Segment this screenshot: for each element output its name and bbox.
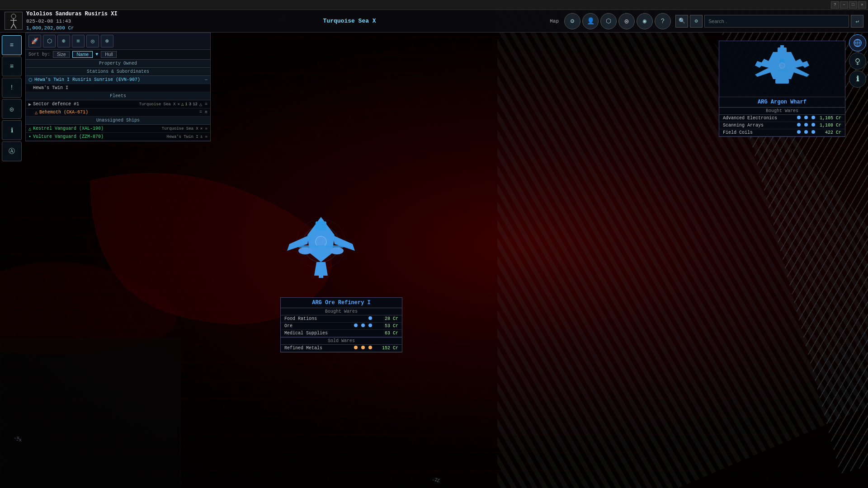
player-info: Yololios Sanduras Rusiris XI 825-02-08 1… [0, 10, 154, 32]
station-sub-name: Hewa's Twin I [33, 85, 208, 90]
svg-line-7 [11, 24, 14, 28]
sort-arrow: ▼ [95, 52, 98, 57]
wharf-ship-display [719, 41, 845, 97]
filter-ships-btn[interactable]: 🚀 [28, 35, 41, 47]
sort-hull-btn[interactable]: Hull [101, 51, 117, 58]
sector-name: Turquoise Sea X [323, 18, 376, 24]
wharf-ware-1: Scanning Arrays 1,108 Cr [719, 122, 845, 129]
ore-dots [354, 324, 373, 328]
sidebar-faction-btn[interactable]: ≡ [2, 56, 22, 76]
player-date: 825-02-08 11:43 [26, 18, 118, 25]
wharf-ware-0: Advanced Electronics 1,105 Cr [719, 115, 845, 122]
list-item-station-sub[interactable]: Hewa's Twin I [26, 84, 210, 92]
nav-shield-btn[interactable]: ◉ [637, 13, 653, 29]
left-sidebar: ≡ ≡ ! ◎ ℹ Ⓐ [0, 33, 25, 164]
fleet-name: Sector defence #1 [33, 102, 139, 107]
list-item-station[interactable]: ⬡ Hewa's Twin I Rusiris Sunrise (EVN-907… [26, 76, 210, 84]
fleet-count-triangle: △ [181, 102, 184, 107]
refinery-panel: ARG Ore Refinery I Bought Wares Food Rat… [280, 297, 402, 352]
section-unassigned: Unassigned Ships [26, 117, 210, 125]
wharf-dots-2 [797, 130, 816, 135]
right-location-btn[interactable] [849, 52, 866, 70]
refinery-title: ARG Ore Refinery I [281, 298, 402, 308]
food-dots [368, 316, 373, 321]
search-mode-btn[interactable]: 🔍 [675, 15, 688, 28]
search-filter-btn[interactable]: ⚙ [690, 15, 703, 28]
vulture-actions: ⚓ = [200, 134, 208, 139]
svg-point-4 [11, 14, 16, 19]
search-submit-btn[interactable]: ↵ [851, 15, 863, 28]
close-btn[interactable]: × [858, 1, 866, 9]
top-nav-icons: Map ⚙ 👤 ⬡ ◎ ◉ ? [545, 13, 675, 29]
avatar [5, 12, 23, 30]
vulture-icon: ▪ [28, 134, 31, 139]
fleet-icon: ▶ [28, 102, 31, 107]
svg-rect-24 [780, 45, 784, 49]
fleet-icons[interactable]: △ = [199, 102, 208, 107]
fleet-num1: 1 [185, 102, 187, 107]
filter-stations-btn[interactable]: ⬡ [43, 35, 56, 47]
wharf-ware-2: Field Coils 422 Cr [719, 129, 845, 136]
svg-point-31 [330, 247, 344, 254]
list-item-kestrel[interactable]: △ Kestrel Vanguard (XAL-190) Turquoise S… [26, 125, 210, 133]
sort-size-btn[interactable]: Size [53, 51, 70, 58]
right-map-btn[interactable] [849, 34, 866, 52]
collapse-btn[interactable]: — [205, 77, 208, 82]
kestrel-location: Turquoise Sea X [162, 127, 198, 131]
filter-block-btn[interactable]: ⊗ [101, 35, 113, 47]
list-item-vulture[interactable]: ▪ Vulture Vanguard (ZZM-870) Hewa's Twin… [26, 133, 210, 141]
wharf-dots-1 [797, 123, 816, 128]
help-chrome-btn[interactable]: ? [831, 1, 839, 9]
fleet-location: Turquoise Sea X [139, 102, 175, 107]
sidebar-property-btn[interactable]: ≡ [2, 35, 22, 55]
behemoth-name: Behemoth (CKA-671) [39, 110, 198, 115]
map-label: Map [550, 19, 559, 24]
top-bar: Yololios Sanduras Rusiris XI 825-02-08 1… [0, 10, 868, 33]
nav-target-btn[interactable]: ◎ [618, 13, 635, 29]
wharf-subtitle: Bought Wares [719, 108, 845, 115]
sidebar-scan-btn[interactable]: ◎ [2, 99, 22, 119]
svg-point-13 [856, 59, 859, 62]
refinery-sold-label: Sold Wares [281, 337, 402, 345]
player-credits: 1,000,202,000 Cr [26, 25, 118, 32]
svg-rect-34 [319, 271, 323, 278]
nav-help-btn[interactable]: ? [655, 13, 671, 29]
kestrel-name: Kestrel Vanguard (XAL-190) [33, 126, 162, 131]
filter-type-btn[interactable]: ≡ [72, 35, 85, 47]
filter-option-btn[interactable]: ◎ [86, 35, 99, 47]
sidebar-intel-btn[interactable]: ℹ [2, 120, 22, 140]
svg-line-8 [14, 24, 16, 28]
property-panel: 🚀 ⬡ ⊕ ≡ ◎ ⊗ Sort by: Size Name ▼ Hull Pr… [25, 33, 211, 141]
sidebar-encyclopedia-btn[interactable]: Ⓐ [2, 141, 22, 161]
section-stations: Stations & Subordinates [26, 68, 210, 76]
right-info-btn[interactable]: ℹ [849, 70, 866, 88]
nav-faction-btn[interactable]: ⬡ [600, 13, 617, 29]
list-item-fleet[interactable]: ▶ Sector defence #1 Turquoise Sea X ✕ △ … [26, 100, 210, 108]
refinery-ware-ore: Ore 53 Cr [281, 323, 402, 330]
section-property-owned: Property Owned [26, 60, 210, 68]
refinery-bought-label: Bought Wares [281, 308, 402, 315]
ship-3d-model[interactable] [276, 208, 366, 291]
maximize-btn[interactable]: □ [849, 1, 857, 9]
wharf-dots-0 [797, 116, 816, 121]
behemoth-actions[interactable]: = ≡ [199, 110, 208, 115]
kestrel-actions: ✕ = [200, 126, 208, 131]
filter-group-btn[interactable]: ⊕ [57, 35, 70, 47]
minimize-btn[interactable]: − [840, 1, 848, 9]
minus-x-axis: -x [14, 435, 19, 441]
fleet-num3: 12 [193, 102, 198, 107]
svg-rect-21 [777, 70, 788, 72]
metals-dots [354, 346, 373, 351]
nav-settings-btn[interactable]: ⚙ [564, 13, 580, 29]
sort-name-btn[interactable]: Name [72, 51, 93, 58]
search-input[interactable] [704, 15, 849, 28]
nav-person-btn[interactable]: 👤 [582, 13, 599, 29]
sidebar-alert-btn[interactable]: ! [2, 78, 22, 98]
svg-point-20 [779, 63, 785, 68]
fleet-symbol: ✕ [178, 102, 180, 107]
kestrel-icon: △ [28, 126, 31, 131]
panel-toolbar: 🚀 ⬡ ⊕ ≡ ◎ ⊗ [26, 33, 210, 50]
refinery-ware-food: Food Rations 28 Cr [281, 315, 402, 323]
list-item-behemoth[interactable]: △ Behemoth (CKA-671) = ≡ [26, 108, 210, 117]
svg-marker-22 [755, 68, 771, 77]
